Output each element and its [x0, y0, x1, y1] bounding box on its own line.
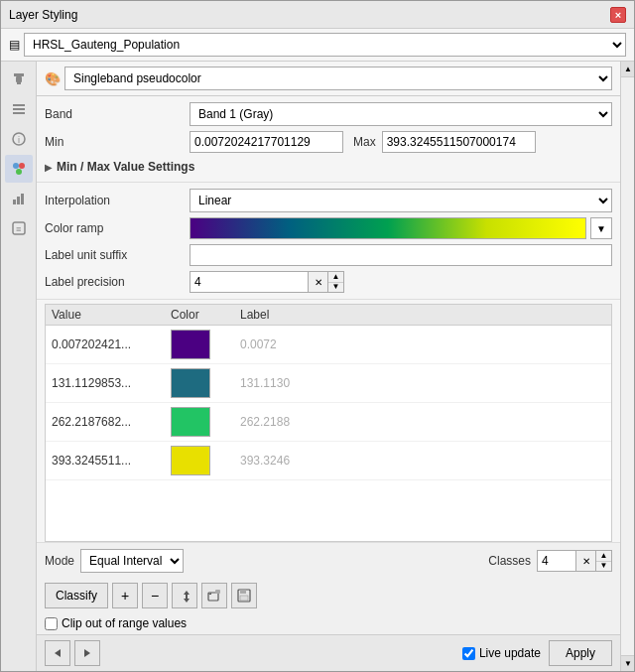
- label-suffix-label: Label unit suffix: [45, 248, 184, 262]
- classes-clear-btn[interactable]: ✕: [576, 550, 596, 572]
- classes-spin[interactable]: ▲ ▼: [596, 550, 612, 572]
- load-button[interactable]: [201, 583, 227, 608]
- row3-label: 262.2188: [240, 415, 605, 429]
- svg-rect-12: [17, 197, 20, 204]
- max-input[interactable]: [382, 131, 536, 153]
- min-input[interactable]: [190, 131, 343, 153]
- table-row: 131.1129853... 131.1130: [46, 364, 611, 403]
- remove-class-button[interactable]: −: [142, 583, 168, 608]
- precision-down-icon[interactable]: ▼: [328, 283, 343, 293]
- interpolation-label: Interpolation: [45, 194, 184, 207]
- table-row: 393.3245511... 393.3246: [46, 442, 611, 480]
- row2-label: 131.1130: [240, 376, 605, 390]
- scroll-up-btn[interactable]: ▲: [621, 62, 634, 77]
- toolbar-histogram-icon[interactable]: [5, 185, 33, 212]
- row2-value: 131.1129853...: [52, 376, 171, 390]
- svg-rect-1: [16, 76, 22, 82]
- svg-rect-20: [240, 596, 248, 601]
- minmax-section-label: Min / Max Value Settings: [57, 160, 194, 174]
- precision-clear-btn[interactable]: ✕: [309, 271, 328, 293]
- color-table: Value Color Label 0.007202421... 0.0072 …: [45, 304, 612, 542]
- scroll-down-btn[interactable]: ▼: [621, 655, 634, 671]
- clip-row: Clip out of range values: [37, 612, 620, 634]
- toolbar-render-icon[interactable]: ≡: [5, 214, 33, 242]
- label-precision-input[interactable]: [190, 271, 309, 293]
- layer-styling-window: Layer Styling × ▤ HRSL_Gauteng_Populatio…: [0, 0, 635, 672]
- renderer-icon: 🎨: [45, 71, 61, 86]
- live-update-group: Live update: [462, 646, 541, 660]
- row1-label: 0.0072: [240, 337, 605, 351]
- layer-select[interactable]: HRSL_Gauteng_Population: [24, 33, 626, 57]
- svg-point-10: [16, 169, 22, 175]
- svg-text:≡: ≡: [16, 224, 21, 234]
- close-button[interactable]: ×: [610, 7, 626, 23]
- live-update-checkbox[interactable]: [462, 647, 475, 660]
- main-panel: 🎨 Singleband pseudocolor Band Band 1 (Gr…: [37, 62, 620, 671]
- label-precision-label: Label precision: [45, 275, 184, 289]
- color-ramp-preview[interactable]: [190, 217, 586, 239]
- window-title: Layer Styling: [9, 8, 77, 22]
- footer-actions: Live update Apply: [462, 640, 612, 666]
- title-bar: Layer Styling ×: [1, 1, 634, 29]
- svg-rect-19: [240, 590, 246, 594]
- table-header: Value Color Label: [46, 305, 611, 326]
- svg-rect-3: [13, 104, 25, 106]
- table-row: 0.007202421... 0.0072: [46, 326, 611, 364]
- add-class-button[interactable]: +: [112, 583, 138, 608]
- save-button[interactable]: [231, 583, 257, 608]
- header-value: Value: [52, 308, 171, 322]
- classes-up-icon[interactable]: ▲: [596, 551, 611, 562]
- row3-color-swatch[interactable]: [171, 407, 210, 437]
- band-select[interactable]: Band 1 (Gray): [190, 102, 612, 126]
- color-ramp-container: ▼: [190, 217, 612, 239]
- svg-point-9: [19, 163, 25, 169]
- layer-icon: ▤: [9, 38, 20, 52]
- row4-value: 393.3245511...: [52, 454, 171, 468]
- footer: Live update Apply: [37, 634, 620, 671]
- label-suffix-input[interactable]: [190, 244, 612, 266]
- header-label: Label: [240, 308, 605, 322]
- live-update-label[interactable]: Live update: [479, 646, 541, 660]
- footer-nav: [45, 640, 100, 666]
- classes-label: Classes: [488, 554, 531, 568]
- min-label: Min: [45, 135, 184, 149]
- header-color: Color: [171, 308, 240, 322]
- precision-up-icon[interactable]: ▲: [328, 272, 343, 283]
- svg-rect-11: [13, 200, 16, 204]
- collapse-triangle-icon: ▶: [45, 162, 53, 173]
- interpolation-select[interactable]: Linear: [190, 189, 612, 212]
- svg-rect-0: [14, 73, 24, 76]
- precision-spin[interactable]: ▲ ▼: [328, 271, 344, 293]
- svg-point-8: [13, 163, 19, 169]
- apply-button[interactable]: Apply: [549, 640, 612, 666]
- renderer-select[interactable]: Singleband pseudocolor: [64, 67, 612, 90]
- mode-select[interactable]: Equal Interval: [80, 549, 184, 573]
- classes-input-group: ✕ ▲ ▼: [537, 550, 612, 572]
- classify-button[interactable]: Classify: [45, 583, 108, 608]
- toolbar-info-icon[interactable]: i: [5, 125, 33, 153]
- forward-button[interactable]: [74, 640, 100, 666]
- clip-label[interactable]: Clip out of range values: [62, 616, 187, 630]
- classes-down-icon[interactable]: ▼: [596, 562, 611, 572]
- svg-rect-4: [13, 108, 25, 110]
- clip-checkbox[interactable]: [45, 617, 58, 630]
- left-toolbar: i ≡: [1, 62, 37, 671]
- minmax-collapse[interactable]: ▶ Min / Max Value Settings: [45, 158, 612, 176]
- svg-rect-13: [21, 194, 24, 204]
- right-scrollbar[interactable]: ▲ ▼: [620, 62, 634, 671]
- back-button[interactable]: [45, 640, 70, 666]
- toolbar-style-icon[interactable]: [5, 155, 33, 183]
- max-label: Max: [353, 135, 376, 149]
- color-ramp-dropdown-btn[interactable]: ▼: [590, 217, 612, 239]
- classify-row: Classify + −: [37, 579, 620, 612]
- classes-input[interactable]: [537, 550, 576, 572]
- row1-color-swatch[interactable]: [171, 330, 210, 359]
- toolbar-layers-icon[interactable]: [5, 95, 33, 123]
- svg-text:i: i: [18, 135, 20, 145]
- row2-color-swatch[interactable]: [171, 368, 210, 398]
- mode-label: Mode: [45, 554, 74, 568]
- reverse-button[interactable]: [172, 583, 197, 608]
- toolbar-brush-icon[interactable]: [5, 66, 33, 93]
- row4-color-swatch[interactable]: [171, 446, 210, 475]
- row1-value: 0.007202421...: [52, 337, 171, 351]
